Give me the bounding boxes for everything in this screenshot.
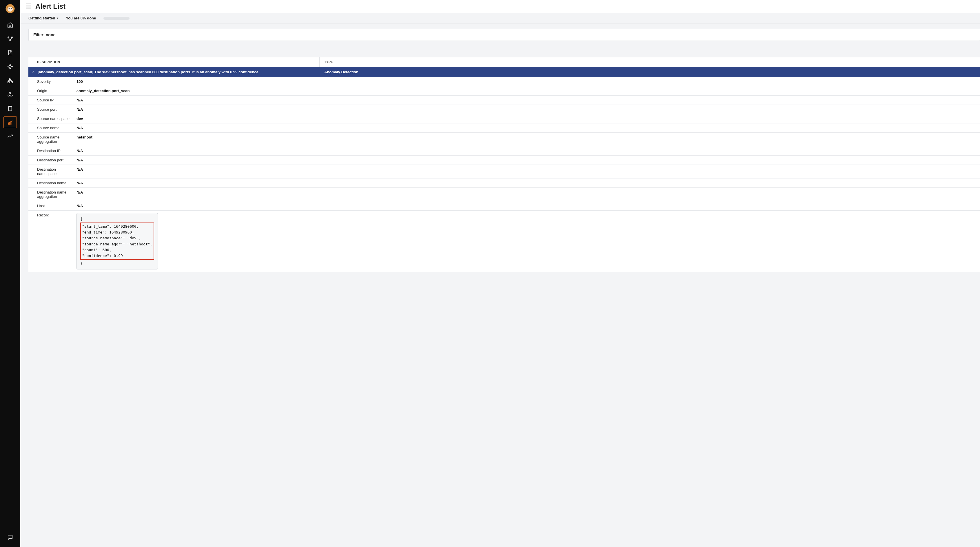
source-port-label: Source port (29, 105, 73, 114)
dest-ip-label: Destination IP (29, 146, 73, 155)
detail-destination-ip: Destination IP N/A (29, 146, 980, 156)
record-body: "start_time": 1649280600, "end_time": 16… (82, 224, 153, 259)
svg-rect-12 (8, 82, 10, 83)
detail-source-name-aggregation: Source name aggregation netshoot (29, 133, 980, 146)
alert-type: Anomaly Detection (320, 67, 980, 77)
origin-label: Origin (29, 86, 73, 95)
dest-aggr-value: N/A (73, 188, 980, 201)
svg-rect-13 (11, 82, 13, 83)
record-label: Record (29, 211, 73, 272)
nav-alerts-icon[interactable] (3, 116, 17, 128)
onboarding-progress: Getting started ▾ You are 0% done (20, 13, 980, 24)
svg-point-14 (10, 92, 11, 94)
nav-clipboard-icon[interactable] (3, 103, 17, 114)
app-logo (4, 3, 16, 14)
chevron-down-icon: ▾ (57, 16, 58, 20)
svg-point-16 (10, 95, 11, 96)
detail-destination-port: Destination port N/A (29, 156, 980, 165)
host-label: Host (29, 201, 73, 210)
severity-value: 100 (73, 77, 980, 86)
detail-source-port: Source port N/A (29, 105, 980, 114)
source-namespace-label: Source namespace (29, 114, 73, 123)
detail-source-ip: Source IP N/A (29, 95, 980, 105)
dest-name-value: N/A (73, 178, 980, 188)
table-header: DESCRIPTION TYPE (29, 57, 980, 67)
topbar: ☰ Alert List (20, 0, 980, 13)
main-content: ☰ Alert List Getting started ▾ You are 0… (20, 0, 980, 547)
origin-value: anomaly_detection.port_scan (73, 86, 980, 95)
severity-label: Severity (29, 77, 73, 86)
dest-namespace-value: N/A (73, 165, 980, 178)
nav-chat-icon[interactable] (3, 531, 17, 543)
source-namespace-value: dev (73, 114, 980, 123)
source-port-value: N/A (73, 105, 980, 114)
detail-source-name: Source name N/A (29, 123, 980, 133)
source-ip-label: Source IP (29, 95, 73, 105)
detail-host: Host N/A (29, 201, 980, 211)
svg-rect-11 (9, 78, 11, 80)
nav-document-edit-icon[interactable] (3, 47, 17, 59)
svg-rect-20 (8, 123, 9, 125)
svg-point-6 (10, 40, 11, 41)
svg-point-2 (9, 8, 10, 9)
host-value: N/A (73, 201, 980, 210)
dest-namespace-label: Destination namespace (29, 165, 73, 178)
detail-destination-namespace: Destination namespace N/A (29, 165, 980, 178)
nav-topology-icon[interactable] (3, 75, 17, 86)
alert-row[interactable]: ^ [anomaly_detection.port_scan] The 'dev… (29, 67, 980, 77)
col-header-type[interactable]: TYPE (320, 57, 980, 67)
record-open-brace: { (80, 216, 154, 222)
col-header-description[interactable]: DESCRIPTION (29, 57, 320, 67)
filter-text: Filter: none (33, 32, 55, 37)
getting-started-dropdown[interactable]: Getting started ▾ (29, 16, 58, 20)
nav-trend-icon[interactable] (3, 130, 17, 142)
detail-severity: Severity 100 (29, 77, 980, 86)
svg-point-1 (8, 7, 13, 11)
record-body-highlight: "start_time": 1649280600, "end_time": 16… (80, 223, 154, 260)
record-close-brace: } (80, 261, 154, 266)
progress-status-text: You are 0% done (66, 16, 96, 20)
progress-bar (103, 17, 129, 20)
collapse-caret-icon[interactable]: ^ (31, 70, 35, 74)
alert-description: [anomaly_detection.port_scan] The 'dev/n… (38, 70, 259, 74)
page-title: Alert List (35, 2, 65, 10)
svg-point-9 (11, 66, 13, 67)
source-name-label: Source name (29, 123, 73, 132)
nav-graph-icon[interactable] (3, 61, 17, 72)
record-json-box: { "start_time": 1649280600, "end_time": … (76, 213, 158, 269)
filter-card[interactable]: Filter: none (29, 29, 980, 41)
dest-aggr-label: Destination name aggregation (29, 188, 73, 201)
svg-point-15 (8, 95, 9, 96)
getting-started-label: Getting started (29, 16, 55, 20)
detail-record: Record { "start_time": 1649280600, "end_… (29, 211, 980, 272)
source-ip-value: N/A (73, 95, 980, 105)
svg-rect-22 (11, 121, 11, 124)
detail-destination-name-aggregation: Destination name aggregation N/A (29, 188, 980, 201)
source-aggr-label: Source name aggregation (29, 133, 73, 146)
detail-destination-name: Destination name N/A (29, 178, 980, 188)
nav-home-icon[interactable] (3, 19, 17, 31)
svg-point-7 (8, 66, 9, 67)
nav-network-icon[interactable] (3, 33, 17, 45)
detail-source-namespace: Source namespace dev (29, 114, 980, 123)
dest-name-label: Destination name (29, 178, 73, 188)
detail-origin: Origin anomaly_detection.port_scan (29, 86, 980, 95)
sidebar (0, 0, 20, 547)
source-aggr-value: netshoot (73, 133, 980, 146)
source-name-value: N/A (73, 123, 980, 132)
svg-point-4 (8, 37, 9, 38)
svg-point-5 (11, 37, 13, 38)
dest-ip-value: N/A (73, 146, 980, 155)
dest-port-label: Destination port (29, 156, 73, 165)
svg-point-17 (11, 95, 13, 96)
menu-toggle-icon[interactable]: ☰ (25, 3, 31, 10)
alerts-table: DESCRIPTION TYPE ^ [anomaly_detection.po… (29, 57, 980, 272)
nav-services-icon[interactable] (3, 89, 17, 100)
dest-port-value: N/A (73, 156, 980, 165)
svg-point-3 (11, 8, 12, 9)
